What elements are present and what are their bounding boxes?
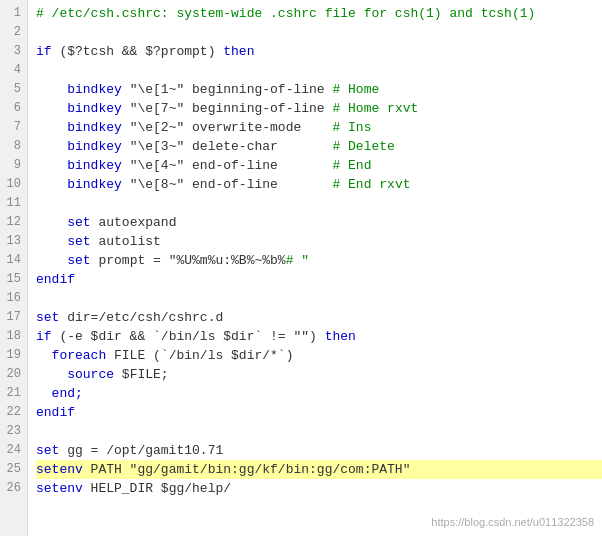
line-number: 10 — [4, 175, 21, 194]
line-number: 20 — [4, 365, 21, 384]
code-line — [36, 61, 602, 80]
code-line — [36, 289, 602, 308]
line-number: 19 — [4, 346, 21, 365]
code-container: 1234567891011121314151617181920212223242… — [0, 0, 602, 536]
line-number: 17 — [4, 308, 21, 327]
line-number: 16 — [4, 289, 21, 308]
line-number: 4 — [4, 61, 21, 80]
code-line: endif — [36, 403, 602, 422]
line-number: 14 — [4, 251, 21, 270]
code-line: foreach FILE (`/bin/ls $dir/*`) — [36, 346, 602, 365]
line-number: 8 — [4, 137, 21, 156]
line-number: 1 — [4, 4, 21, 23]
code-area: 1234567891011121314151617181920212223242… — [0, 0, 602, 536]
line-number: 6 — [4, 99, 21, 118]
line-number: 23 — [4, 422, 21, 441]
code-line: set autoexpand — [36, 213, 602, 232]
line-number: 3 — [4, 42, 21, 61]
line-number: 12 — [4, 213, 21, 232]
code-line: # /etc/csh.cshrc: system-wide .cshrc fil… — [36, 4, 602, 23]
line-number: 5 — [4, 80, 21, 99]
code-line: source $FILE; — [36, 365, 602, 384]
line-number: 21 — [4, 384, 21, 403]
code-line — [36, 422, 602, 441]
line-number: 7 — [4, 118, 21, 137]
code-line: bindkey "\e[2~" overwrite-mode # Ins — [36, 118, 602, 137]
code-line — [36, 23, 602, 42]
code-line: endif — [36, 270, 602, 289]
code-line: set prompt = "%U%m%u:%B%~%b%# " — [36, 251, 602, 270]
code-line: if ($?tcsh && $?prompt) then — [36, 42, 602, 61]
watermark: https://blog.csdn.net/u011322358 — [431, 516, 594, 528]
line-number: 25 — [4, 460, 21, 479]
line-number: 11 — [4, 194, 21, 213]
code-line: bindkey "\e[4~" end-of-line # End — [36, 156, 602, 175]
code-line: set gg = /opt/gamit10.71 — [36, 441, 602, 460]
line-number: 26 — [4, 479, 21, 498]
code-line: bindkey "\e[7~" beginning-of-line # Home… — [36, 99, 602, 118]
code-line: bindkey "\e[3~" delete-char # Delete — [36, 137, 602, 156]
code-line: bindkey "\e[8~" end-of-line # End rxvt — [36, 175, 602, 194]
line-number: 9 — [4, 156, 21, 175]
line-number: 2 — [4, 23, 21, 42]
line-number: 15 — [4, 270, 21, 289]
code-line — [36, 194, 602, 213]
code-line: end; — [36, 384, 602, 403]
code-line: set dir=/etc/csh/cshrc.d — [36, 308, 602, 327]
code-content[interactable]: # /etc/csh.cshrc: system-wide .cshrc fil… — [28, 0, 602, 536]
code-line: setenv HELP_DIR $gg/help/ — [36, 479, 602, 498]
line-number: 24 — [4, 441, 21, 460]
line-number: 13 — [4, 232, 21, 251]
code-line: bindkey "\e[1~" beginning-of-line # Home — [36, 80, 602, 99]
code-line: if (-e $dir && `/bin/ls $dir` != "") the… — [36, 327, 602, 346]
line-numbers: 1234567891011121314151617181920212223242… — [0, 0, 28, 536]
code-line: setenv PATH "gg/gamit/bin:gg/kf/bin:gg/c… — [36, 460, 602, 479]
line-number: 22 — [4, 403, 21, 422]
code-line: set autolist — [36, 232, 602, 251]
line-number: 18 — [4, 327, 21, 346]
